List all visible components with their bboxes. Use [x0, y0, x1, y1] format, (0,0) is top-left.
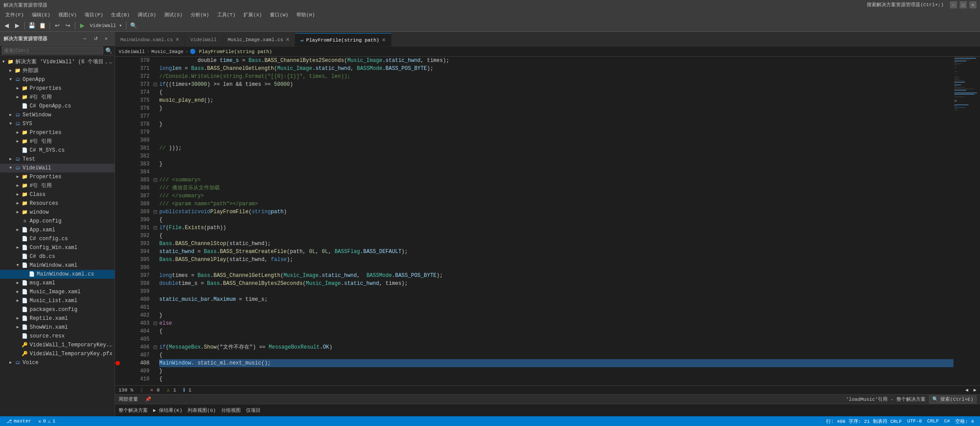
breadcrumb-videiwall[interactable]: VideiWall: [119, 49, 145, 54]
bp-row-381[interactable]: [115, 144, 120, 152]
fold-indicator-385[interactable]: −: [154, 178, 157, 182]
fold-indicator-391[interactable]: −: [154, 226, 157, 230]
bp-row-409[interactable]: [115, 367, 120, 375]
code-line-393[interactable]: Bass.BASS_ChannelStop(static_hwnd);: [159, 240, 953, 248]
fold-row-391[interactable]: −: [151, 224, 159, 232]
tree-item-showwinxaml[interactable]: ▶ 📄 ShowWin.xaml: [0, 323, 115, 332]
code-line-408[interactable]: MainWindow. static_ml.next_music();: [159, 359, 953, 367]
toolbar-start[interactable]: ▶: [77, 21, 87, 31]
code-line-384[interactable]: [159, 168, 953, 176]
toolbar-save-all[interactable]: 📋: [38, 21, 47, 31]
tree-arrow-videiwall[interactable]: ▼: [7, 165, 14, 172]
tree-arrow-window[interactable]: ▶: [14, 209, 21, 216]
status-errors[interactable]: ✕ 0 ⚠ 1: [36, 416, 58, 426]
bp-row-393[interactable]: [115, 240, 120, 248]
fold-indicator-406[interactable]: −: [154, 345, 157, 349]
toolbar-redo[interactable]: ↪: [63, 21, 73, 31]
code-line-407[interactable]: {: [159, 351, 953, 359]
tree-arrow-props1[interactable]: ▶: [14, 85, 21, 92]
tree-arrow-showwinxaml[interactable]: ▶: [14, 324, 21, 331]
bp-row-407[interactable]: [115, 351, 120, 359]
tree-arrow-openapp[interactable]: ▼: [7, 76, 14, 83]
bp-row-378[interactable]: [115, 120, 120, 128]
code-line-371[interactable]: long len = Bass.BASS_ChannelGetLength(Mu…: [159, 65, 953, 73]
tree-arrow-voice[interactable]: ▶: [7, 359, 14, 366]
tree-item-sourceresx[interactable]: 📄 source.resx: [0, 332, 115, 341]
tree-item-dbcs[interactable]: 📄 C# db.cs: [0, 252, 115, 261]
fold-indicator-373[interactable]: −: [154, 83, 157, 86]
toolbar-forward[interactable]: ▶: [12, 21, 22, 31]
code-line-389[interactable]: public static void PlayFromFile(string p…: [159, 208, 953, 216]
panel-refresh-btn[interactable]: ↺: [91, 34, 100, 43]
bp-row-372[interactable]: [115, 73, 120, 81]
scroll-right-btn[interactable]: ▶: [973, 387, 976, 393]
solution-search-input[interactable]: [2, 46, 103, 54]
tree-item-mainwindowxamlcs[interactable]: 📄 MainWindow.xaml.cs: [0, 270, 115, 279]
code-line-410[interactable]: {: [159, 375, 953, 383]
tree-arrow-resources[interactable]: ▶: [14, 200, 21, 207]
tree-item-solution[interactable]: ▼ 📁 解决方案 'VideiWall' (6 个项目，共 6 个): [0, 58, 115, 66]
tree-arrow-mainwindowxamlcs[interactable]: [21, 271, 28, 278]
tree-item-class[interactable]: ▶ 📁 Class: [0, 190, 115, 199]
bp-row-399[interactable]: [115, 288, 120, 296]
tree-arrow-props3[interactable]: ▶: [14, 173, 21, 180]
tree-item-resources[interactable]: ▶ 📁 Resources: [0, 199, 115, 208]
tree-item-msgxaml[interactable]: ▶ 📄 msg.xaml: [0, 279, 115, 288]
fold-row-403[interactable]: −: [151, 319, 159, 327]
panel-close-btn[interactable]: ×: [101, 34, 111, 43]
bp-row-377[interactable]: [115, 112, 120, 120]
bp-row-375[interactable]: [115, 96, 120, 104]
tree-arrow-external[interactable]: ▶: [7, 67, 14, 74]
bp-row-401[interactable]: [115, 303, 120, 311]
panel-sync-btn[interactable]: ↔: [80, 34, 90, 43]
menu-build[interactable]: 生成(B): [108, 11, 133, 19]
bp-row-394[interactable]: [115, 248, 120, 256]
solution-search-btn[interactable]: 🔍: [105, 46, 113, 54]
tree-item-videiwall[interactable]: ▼ 🗂 VideiWall: [0, 164, 115, 173]
bp-row-371[interactable]: [115, 65, 120, 73]
bp-row-404[interactable]: [115, 327, 120, 335]
code-line-383[interactable]: }: [159, 160, 953, 168]
code-line-399[interactable]: [159, 288, 953, 296]
tree-item-props1[interactable]: ▶ 📁 Properties: [0, 84, 115, 93]
tree-arrow-openappcs[interactable]: [14, 103, 21, 110]
tree-item-videiwalltemp[interactable]: 🔑 VideiWall_TemporaryKey.pfx: [0, 349, 115, 358]
code-line-376[interactable]: }: [159, 104, 953, 112]
code-line-381[interactable]: // )));: [159, 144, 953, 152]
code-line-374[interactable]: {: [159, 88, 953, 96]
tree-item-refs1[interactable]: ▶ 📁 #引 引用: [0, 93, 115, 102]
fold-row-389[interactable]: −: [151, 208, 159, 216]
tree-arrow-msgxaml[interactable]: ▶: [14, 280, 21, 287]
code-line-401[interactable]: [159, 303, 953, 311]
code-line-403[interactable]: else: [159, 319, 953, 327]
bp-row-410[interactable]: [115, 375, 120, 383]
menu-help[interactable]: 帮助(H): [293, 11, 319, 19]
tree-item-musiclist[interactable]: ▶ 📄 Music_List.xaml: [0, 296, 115, 305]
code-line-396[interactable]: [159, 264, 953, 272]
tree-item-test[interactable]: ▶ 🗂 Test: [0, 155, 115, 164]
code-line-402[interactable]: }: [159, 311, 953, 319]
bp-row-382[interactable]: [115, 152, 120, 160]
tree-item-external[interactable]: ▶ 📁 外部源: [0, 66, 115, 75]
bp-row-383[interactable]: [115, 160, 120, 168]
tree-item-window[interactable]: ▶ 📁 window: [0, 208, 115, 217]
tree-item-props3[interactable]: ▶ 📁 Properties: [0, 173, 115, 181]
tree-arrow-musicimage[interactable]: ▶: [14, 288, 21, 296]
toolbar-back[interactable]: ◀: [2, 21, 12, 31]
tab-close-mainwindow[interactable]: ×: [176, 37, 179, 43]
bp-row-384[interactable]: [115, 168, 120, 176]
bp-row-388[interactable]: [115, 200, 120, 208]
close-button[interactable]: ×: [969, 1, 976, 8]
fold-indicator-403[interactable]: −: [154, 322, 157, 325]
code-lines[interactable]: double time_s = Bass.BASS_ChannelBytes2S…: [159, 57, 953, 385]
tree-arrow-setwindow[interactable]: ▶: [7, 111, 14, 119]
minimize-button[interactable]: −: [950, 1, 957, 8]
bp-row-398[interactable]: [115, 280, 120, 288]
tree-item-props2[interactable]: ▶ 📁 Properties: [0, 128, 115, 137]
code-line-377[interactable]: [159, 112, 953, 120]
tree-item-appconfig[interactable]: ⚙ App.config: [0, 217, 115, 226]
code-line-370[interactable]: double time_s = Bass.BASS_ChannelBytes2S…: [159, 57, 953, 65]
bp-row-373[interactable]: [115, 81, 120, 88]
fold-row-406[interactable]: −: [151, 343, 159, 351]
tab-close-music-image[interactable]: ×: [286, 37, 289, 43]
